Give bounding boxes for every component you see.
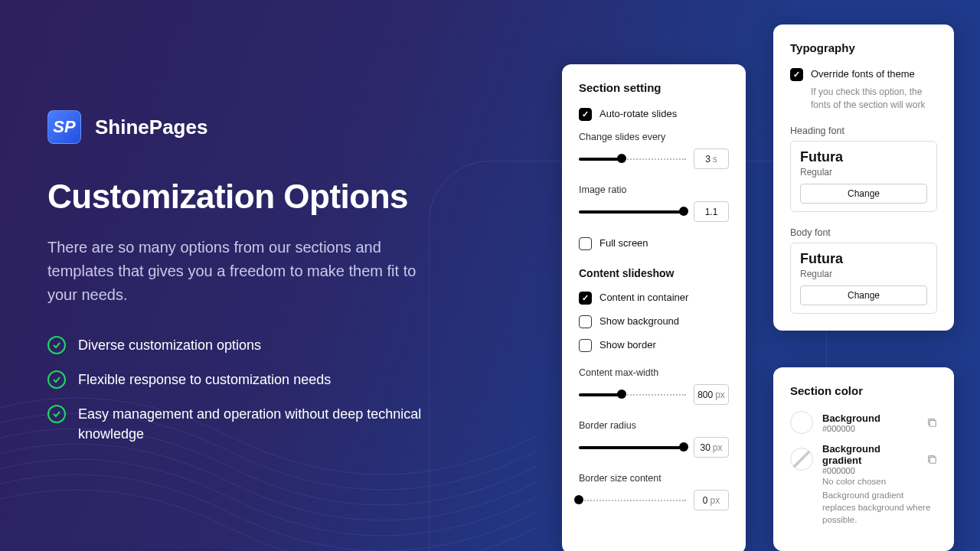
content-container-checkbox[interactable] xyxy=(579,292,592,305)
body-font-label: Body font xyxy=(790,227,937,238)
check-circle-icon xyxy=(47,336,66,354)
content-container-label: Content in container xyxy=(599,292,688,303)
border-radius-value[interactable]: 30px xyxy=(694,437,729,458)
heading-font-name: Futura xyxy=(800,149,927,165)
full-screen-label: Full screen xyxy=(599,237,648,249)
change-heading-font-button[interactable]: Change xyxy=(800,184,927,204)
gradient-label: Background gradient xyxy=(822,443,917,466)
background-swatch[interactable] xyxy=(790,411,813,434)
max-width-label: Content max-width xyxy=(579,367,729,378)
gradient-color-row[interactable]: Background gradient #000000 xyxy=(790,443,937,475)
typography-panel: Typography Override fonts of theme If yo… xyxy=(773,24,954,331)
border-radius-slider[interactable] xyxy=(579,445,686,450)
image-ratio-slider[interactable] xyxy=(579,210,686,214)
image-ratio-value[interactable]: 1.1 xyxy=(694,201,729,222)
change-slides-slider[interactable] xyxy=(579,157,686,161)
override-hint: If you check this option, the fonts of t… xyxy=(811,86,937,112)
gradient-note-1: No color chosen xyxy=(822,475,937,487)
body-font-box: Futura Regular Change xyxy=(790,243,937,314)
body-font-weight: Regular xyxy=(800,269,927,279)
override-fonts-label: Override fonts of theme xyxy=(811,68,915,80)
show-border-label: Show border xyxy=(599,339,656,350)
gradient-note-2: Background gradient replaces background … xyxy=(822,489,937,526)
auto-rotate-checkbox[interactable] xyxy=(579,108,592,121)
heading-font-box: Futura Regular Change xyxy=(790,141,937,212)
show-border-checkbox[interactable] xyxy=(579,339,592,352)
library-add-icon[interactable] xyxy=(926,417,937,428)
svg-rect-3 xyxy=(929,457,936,463)
body-font-name: Futura xyxy=(800,251,927,267)
feature-text: Diverse customization options xyxy=(78,336,261,355)
brand-row: SP ShinePages xyxy=(47,110,461,144)
panel-title: Typography xyxy=(790,41,937,54)
page-title: Customization Options xyxy=(47,178,461,216)
panel-title: Section setting xyxy=(579,81,729,94)
background-label: Background xyxy=(822,412,917,424)
max-width-value[interactable]: 800px xyxy=(694,384,729,405)
border-radius-label: Border radius xyxy=(579,420,729,431)
heading-font-weight: Regular xyxy=(800,167,927,178)
section-setting-panel: Section setting Auto-rotate slides Chang… xyxy=(562,64,746,551)
feature-text: Easy management and operation without de… xyxy=(78,405,430,443)
library-add-icon[interactable] xyxy=(926,454,937,465)
override-fonts-checkbox[interactable] xyxy=(790,68,803,81)
brand-logo: SP xyxy=(47,110,81,144)
image-ratio-label: Image ratio xyxy=(579,184,729,195)
feature-item: Diverse customization options xyxy=(47,336,461,355)
feature-item: Flexible response to customization needs xyxy=(47,370,461,390)
change-body-font-button[interactable]: Change xyxy=(800,285,927,305)
auto-rotate-label: Auto-rotate slides xyxy=(599,108,677,119)
check-circle-icon xyxy=(47,405,66,423)
lead-text: There are so many options from our secti… xyxy=(47,236,446,307)
section-color-panel: Section color Background #000000 Backgro… xyxy=(773,367,954,551)
border-size-label: Border size content xyxy=(579,473,729,484)
check-circle-icon xyxy=(47,370,66,389)
feature-text: Flexible response to customization needs xyxy=(78,370,331,390)
max-width-slider[interactable] xyxy=(579,393,686,397)
gradient-swatch[interactable] xyxy=(790,448,813,471)
panel-title: Section color xyxy=(790,384,937,397)
content-slideshow-heading: Content slideshow xyxy=(579,267,729,279)
brand-name: ShinePages xyxy=(95,116,207,139)
svg-rect-1 xyxy=(929,420,936,426)
show-background-label: Show background xyxy=(599,315,679,327)
heading-font-label: Heading font xyxy=(790,126,937,136)
background-hex: #000000 xyxy=(822,424,917,433)
feature-item: Easy management and operation without de… xyxy=(47,405,461,443)
full-screen-checkbox[interactable] xyxy=(579,237,592,250)
background-color-row[interactable]: Background #000000 xyxy=(790,411,937,434)
gradient-hex: #000000 xyxy=(822,466,917,475)
change-slides-label: Change slides every xyxy=(579,132,729,142)
change-slides-value[interactable]: 3s xyxy=(694,148,729,169)
border-size-slider[interactable] xyxy=(579,498,686,503)
border-size-value[interactable]: 0px xyxy=(694,490,729,510)
show-background-checkbox[interactable] xyxy=(579,315,592,328)
